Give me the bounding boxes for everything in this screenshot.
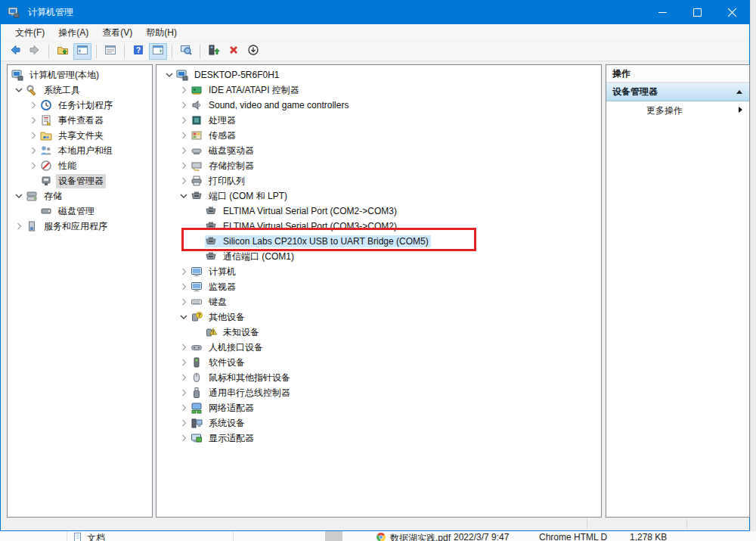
chevron-open-icon[interactable] <box>11 84 26 96</box>
chevron-closed-icon[interactable] <box>176 402 191 414</box>
forward-button[interactable] <box>26 43 44 60</box>
device-tree-item[interactable]: 存储控制器 <box>156 158 601 173</box>
chevron-closed-icon[interactable] <box>176 175 191 187</box>
properties-icon <box>104 44 116 58</box>
device-tree-item-label: 未知设备 <box>221 325 262 340</box>
chevron-closed-icon[interactable] <box>176 145 191 157</box>
chevron-closed-icon[interactable] <box>176 372 191 384</box>
expander-spacer <box>191 205 205 217</box>
chevron-closed-icon[interactable] <box>176 341 191 353</box>
console-tree-item-label: 磁盘管理 <box>56 204 97 219</box>
device-tree-item[interactable]: 处理器 <box>156 113 601 128</box>
console-tree-item[interactable]: 设备管理器 <box>8 173 152 188</box>
chevron-closed-icon[interactable] <box>176 84 191 96</box>
chevron-closed-icon[interactable] <box>26 99 40 111</box>
chevron-closed-icon[interactable] <box>26 114 40 126</box>
console-tree-item[interactable]: 服务和应用程序 <box>8 219 152 234</box>
show-console-tree-button[interactable] <box>73 43 91 60</box>
chevron-open-icon[interactable] <box>162 69 176 81</box>
chevron-closed-icon[interactable] <box>176 281 191 293</box>
chevron-closed-icon[interactable] <box>176 296 191 308</box>
chevron-closed-icon[interactable] <box>176 129 191 141</box>
device-tree-item[interactable]: 打印队列 <box>156 173 601 188</box>
chevron-closed-icon[interactable] <box>26 129 40 141</box>
chevron-closed-icon[interactable] <box>176 417 191 429</box>
console-tree-item[interactable]: 计算机管理(本地) <box>8 67 152 82</box>
chevron-closed-icon[interactable] <box>26 160 40 172</box>
device-tree-item[interactable]: ?其他设备 <box>156 309 601 325</box>
disable-device-button[interactable] <box>244 43 262 60</box>
device-tree-item[interactable]: 系统设备 <box>156 415 601 431</box>
device-tree-item[interactable]: DESKTOP-5R6F0H1 <box>156 67 601 82</box>
expander-spacer <box>191 250 205 263</box>
console-tree-item[interactable]: 系统工具 <box>8 82 152 98</box>
menu-view[interactable]: 查看(V) <box>95 24 139 42</box>
chevron-closed-icon[interactable] <box>176 114 191 126</box>
background-file-row[interactable]: 数据湖实践.pdf <box>376 532 451 541</box>
device-tree-item[interactable]: 未知设备 <box>156 325 601 340</box>
device-tree-item[interactable]: 鼠标和其他指针设备 <box>156 370 601 385</box>
device-tree-item[interactable]: 通信端口 (COM1) <box>156 249 601 264</box>
scan-hardware-button[interactable] <box>177 43 195 60</box>
menu-help[interactable]: 帮助(H) <box>139 24 184 42</box>
device-tree-item[interactable]: ELTIMA Virtual Serial Port (COM2->COM3) <box>156 204 601 219</box>
device-tree-item-label: 传感器 <box>206 129 238 143</box>
close-button[interactable] <box>714 1 749 24</box>
update-driver-button[interactable] <box>205 43 223 60</box>
chevron-open-icon[interactable] <box>11 190 26 202</box>
menu-action[interactable]: 操作(A) <box>51 24 95 42</box>
console-tree-item[interactable]: 存储 <box>8 188 152 204</box>
chevron-open-icon[interactable] <box>176 311 191 323</box>
device-tree-item[interactable]: Silicon Labs CP210x USB to UART Bridge (… <box>156 234 601 249</box>
expander-spacer <box>26 205 40 217</box>
device-tree-item[interactable]: Sound, video and game controllers <box>156 98 601 113</box>
device-tree-item[interactable]: 软件设备 <box>156 355 601 370</box>
console-tree-item[interactable]: 磁盘管理 <box>8 204 152 219</box>
menu-file[interactable]: 文件(F) <box>8 24 51 42</box>
collapse-chevron-icon[interactable] <box>736 87 743 98</box>
properties-button[interactable] <box>101 43 119 60</box>
device-tree-item[interactable]: 计算机 <box>156 264 601 279</box>
device-tree-item[interactable]: 键盘 <box>156 294 601 309</box>
storage-controller-icon <box>191 160 203 172</box>
device-tree-item[interactable]: 传感器 <box>156 128 601 143</box>
device-tree-item[interactable]: 监视器 <box>156 279 601 294</box>
chevron-closed-icon[interactable] <box>176 266 191 278</box>
device-tree-item-label: 计算机 <box>206 265 238 279</box>
chevron-closed-icon[interactable] <box>176 356 191 368</box>
chevron-closed-icon[interactable] <box>176 160 191 172</box>
console-tree-item[interactable]: 性能 <box>8 158 152 173</box>
background-sidebar-item[interactable]: 文档 <box>73 532 105 541</box>
actions-section-device-manager[interactable]: 设备管理器 <box>606 83 749 101</box>
uninstall-device-button[interactable] <box>225 43 243 60</box>
maximize-button[interactable] <box>680 1 714 24</box>
chevron-closed-icon[interactable] <box>176 432 191 444</box>
device-tree-item[interactable]: 端口 (COM 和 LPT) <box>156 188 601 204</box>
more-actions-item[interactable]: 更多操作 <box>606 101 749 120</box>
device-tree-item[interactable]: 显示适配器 <box>156 431 601 446</box>
expander-spacer <box>191 326 205 338</box>
device-tree-item[interactable]: 网络适配器 <box>156 400 601 415</box>
device-tree-item[interactable]: IDE ATA/ATAPI 控制器 <box>156 82 601 98</box>
minimize-button[interactable] <box>645 1 680 24</box>
chevron-open-icon[interactable] <box>176 190 191 202</box>
app-icon <box>8 6 21 20</box>
monitor-icon <box>191 266 203 278</box>
chevron-closed-icon[interactable] <box>11 220 26 232</box>
console-tree-item[interactable]: 本地用户和组 <box>8 143 152 158</box>
chevron-closed-icon[interactable] <box>176 387 191 399</box>
console-tree-item[interactable]: 任务计划程序 <box>8 98 152 113</box>
console-tree-item[interactable]: 共享文件夹 <box>8 128 152 143</box>
console-tree-item[interactable]: 事件查看器 <box>8 113 152 128</box>
help-button[interactable]: ? <box>129 43 147 60</box>
show-action-pane-button[interactable] <box>149 43 167 60</box>
device-tree-item[interactable]: 磁盘驱动器 <box>156 143 601 158</box>
device-tree-item[interactable]: 人机接口设备 <box>156 340 601 355</box>
chevron-closed-icon[interactable] <box>26 145 40 157</box>
up-level-button[interactable] <box>54 43 72 60</box>
device-tree-item[interactable]: 通用串行总线控制器 <box>156 385 601 400</box>
chevron-closed-icon[interactable] <box>176 99 191 111</box>
back-button[interactable] <box>6 43 24 60</box>
device-tree-item-label: ELTIMA Virtual Serial Port (COM2->COM3) <box>221 205 399 217</box>
device-tree-item[interactable]: ELTIMA Virtual Serial Port (COM3->COM2) <box>156 219 601 234</box>
